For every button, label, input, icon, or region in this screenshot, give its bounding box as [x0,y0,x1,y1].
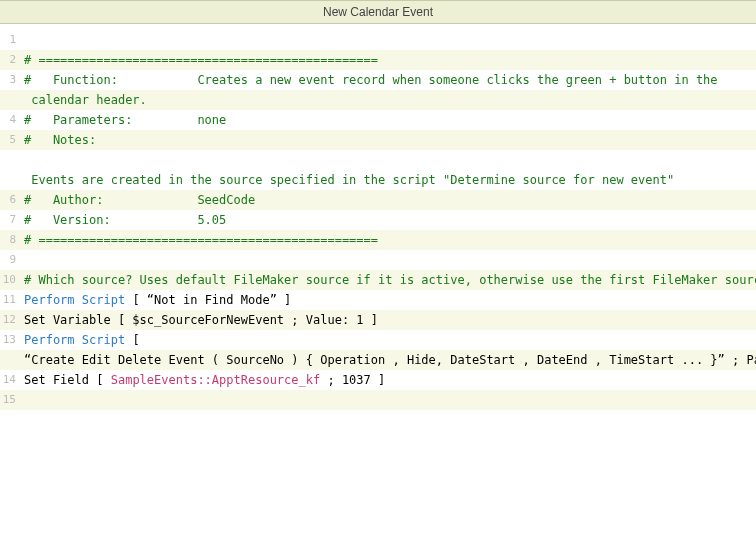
code-line-continuation[interactable]: “Create Edit Delete Event ( SourceNo ) {… [0,350,756,370]
line-number: 8 [0,230,22,250]
code-content[interactable]: Set Field [ SampleEvents::ApptResource_k… [22,370,756,390]
code-line[interactable]: 5# Notes: [0,130,756,150]
code-content[interactable]: # Version: 5.05 [22,210,756,230]
line-number: 1 [0,30,22,50]
line-number: 5 [0,130,22,150]
code-content[interactable]: # Notes: [22,130,756,150]
code-line[interactable]: 6# Author: SeedCode [0,190,756,210]
code-content[interactable]: Perform Script [ “Not in Find Mode” ] [22,290,756,310]
line-number: 3 [0,70,22,90]
code-line[interactable]: 1 [0,30,756,50]
code-line[interactable]: 12Set Variable [ $sc_SourceForNewEvent ;… [0,310,756,330]
code-content[interactable]: Set Variable [ $sc_SourceForNewEvent ; V… [22,310,756,330]
code-content[interactable]: calendar header. [22,90,756,110]
code-content[interactable]: # ======================================… [22,50,756,70]
code-line[interactable]: 9 [0,250,756,270]
code-content[interactable] [22,30,756,50]
code-content[interactable]: # Author: SeedCode [22,190,756,210]
code-line-continuation[interactable]: calendar header. [0,90,756,110]
code-content[interactable]: Events are created in the source specifi… [22,170,756,190]
code-line[interactable]: 4# Parameters: none [0,110,756,130]
script-editor[interactable]: 1 2# ===================================… [0,24,756,410]
line-number: 6 [0,190,22,210]
code-line[interactable]: 3# Function: Creates a new event record … [0,70,756,90]
code-content[interactable]: # Function: Creates a new event record w… [22,70,756,90]
line-number: 15 [0,390,22,410]
line-number: 12 [0,310,22,330]
line-number: 13 [0,330,22,350]
code-content[interactable] [22,390,756,410]
code-content[interactable]: Perform Script [ [22,330,756,350]
code-line[interactable]: 14Set Field [ SampleEvents::ApptResource… [0,370,756,390]
line-number: 10 [0,270,22,290]
code-line[interactable]: 15 [0,390,756,410]
code-content[interactable]: # Which source? Uses default FileMaker s… [22,270,756,290]
code-line[interactable]: 2# =====================================… [0,50,756,70]
line-number: 11 [0,290,22,310]
code-line[interactable]: 8# =====================================… [0,230,756,250]
code-content[interactable]: # ======================================… [22,230,756,250]
code-line[interactable]: 13Perform Script [ [0,330,756,350]
code-content[interactable]: # Parameters: none [22,110,756,130]
line-number: 7 [0,210,22,230]
code-line[interactable]: 10# Which source? Uses default FileMaker… [0,270,756,290]
code-content[interactable]: “Create Edit Delete Event ( SourceNo ) {… [22,350,756,370]
code-line-continuation[interactable]: Events are created in the source specifi… [0,170,756,190]
line-number: 4 [0,110,22,130]
line-number: 14 [0,370,22,390]
code-content[interactable] [22,250,756,270]
line-number: 9 [0,250,22,270]
code-line[interactable]: 7# Version: 5.05 [0,210,756,230]
code-line[interactable]: 11Perform Script [ “Not in Find Mode” ] [0,290,756,310]
line-number: 2 [0,50,22,70]
window-title: New Calendar Event [0,0,756,24]
